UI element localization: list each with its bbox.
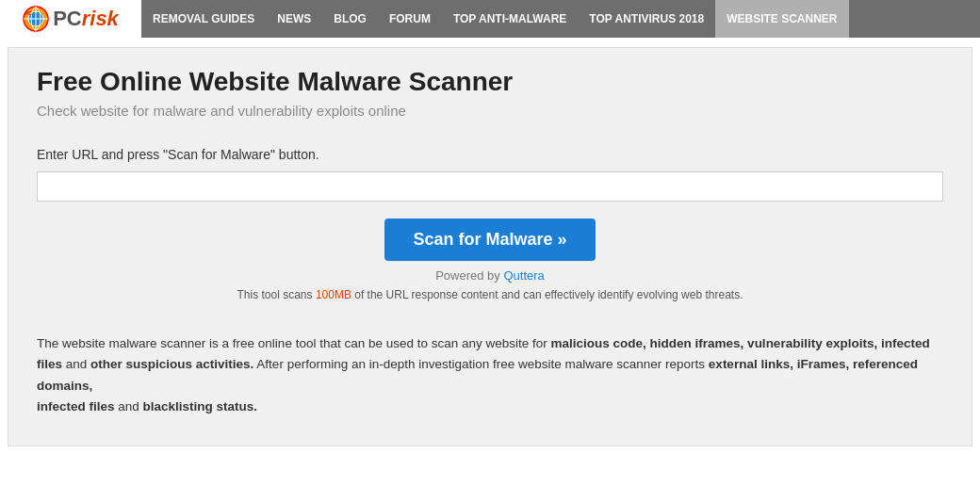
desc-bold-5: blacklisting status. [143, 399, 258, 413]
svg-text:PC: PC [25, 10, 32, 16]
desc-text-1: The website malware scanner is a free on… [37, 336, 551, 350]
nav-link-forum[interactable]: FORUM [378, 0, 442, 38]
url-input[interactable] [37, 171, 943, 202]
desc-text-3: After performing an in-depth investigati… [253, 357, 709, 371]
logo-icon: PC [23, 6, 49, 32]
nav-item-blog[interactable]: BLOG [322, 0, 378, 38]
powered-by: Powered by Quttera [435, 268, 545, 283]
desc-bold-2: other suspicious activities. [90, 357, 253, 371]
nav-link-website-scanner[interactable]: WEBSITE SCANNER [715, 0, 848, 38]
scan-section: Scan for Malware » Powered by Quttera Th… [37, 219, 943, 324]
instruction-text: Enter URL and press "Scan for Malware" b… [37, 147, 943, 162]
nav-item-website-scanner[interactable]: WEBSITE SCANNER [715, 0, 848, 38]
nav-link-antivirus[interactable]: TOP ANTIVIRUS 2018 [578, 0, 715, 38]
nav-link-antimalware[interactable]: TOP ANTI-MALWARE [442, 0, 578, 38]
nav-links: REMOVAL GUIDES NEWS BLOG FORUM TOP ANTI-… [141, 0, 849, 38]
tool-info-prefix: This tool scans [237, 288, 316, 301]
tool-info-highlight: 100MB [316, 288, 351, 301]
desc-text-5: and [115, 399, 143, 413]
nav-item-news[interactable]: NEWS [266, 0, 322, 38]
tool-info-suffix: of the URL response content and can effe… [351, 288, 743, 301]
nav-link-removal-guides[interactable]: REMOVAL GUIDES [141, 0, 266, 38]
quttera-link[interactable]: Quttera [503, 268, 544, 283]
desc-bold-4: infected files [37, 399, 115, 413]
logo[interactable]: PC PCrisk [0, 0, 141, 38]
nav-item-antimalware[interactable]: TOP ANTI-MALWARE [442, 0, 578, 38]
description: The website malware scanner is a free on… [37, 333, 943, 417]
desc-text-2: and [62, 357, 90, 371]
page-title: Free Online Website Malware Scanner [37, 67, 943, 97]
nav-item-removal-guides[interactable]: REMOVAL GUIDES [141, 0, 266, 38]
page-subtitle: Check website for malware and vulnerabil… [37, 103, 943, 119]
main-content: Free Online Website Malware Scanner Chec… [8, 47, 972, 446]
navbar: PC PCrisk REMOVAL GUIDES NEWS BLOG FORUM… [0, 0, 980, 38]
scan-button[interactable]: Scan for Malware » [384, 219, 595, 261]
logo-risk-text: risk [82, 7, 119, 31]
tool-info: This tool scans 100MB of the URL respons… [237, 288, 743, 301]
nav-item-forum[interactable]: FORUM [378, 0, 442, 38]
nav-link-blog[interactable]: BLOG [322, 0, 378, 38]
nav-item-antivirus[interactable]: TOP ANTIVIRUS 2018 [578, 0, 715, 38]
logo-pc-text: PC [53, 7, 82, 31]
nav-link-news[interactable]: NEWS [266, 0, 322, 38]
powered-by-label: Powered by [435, 268, 500, 283]
